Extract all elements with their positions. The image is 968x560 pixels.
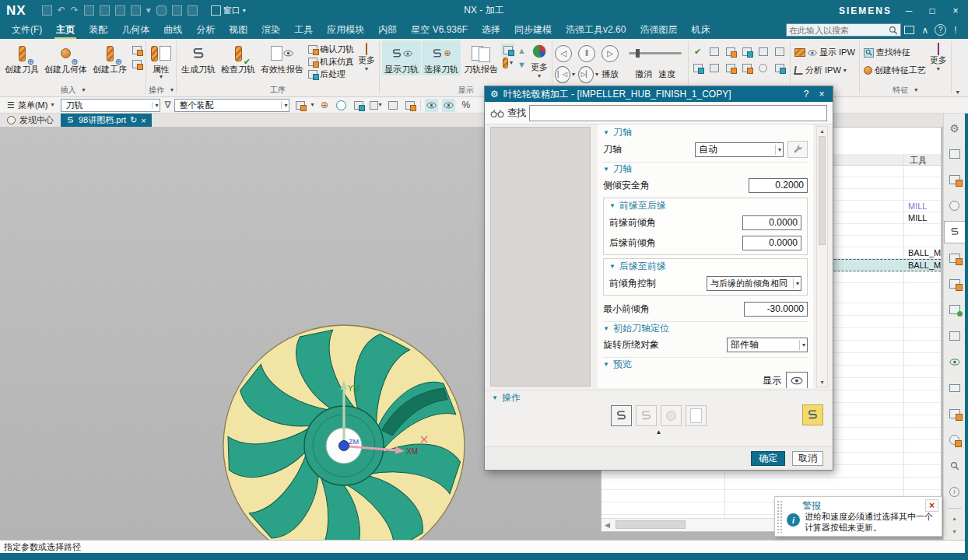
tool-library-icon[interactable] [945,247,965,269]
dropdown-icon[interactable]: ▾ [146,5,151,16]
validity-report-button[interactable]: 有效性报告 [258,40,306,75]
tab-application[interactable]: 应用模块 [320,21,371,39]
dialog-help-icon[interactable]: ? [801,89,812,100]
section-header-lead-trail[interactable]: ▼ 前缘至后缘 [609,199,801,212]
batch-icon[interactable] [724,61,737,75]
redo-icon[interactable]: ↷ [71,5,79,16]
tab-select[interactable]: 选择 [475,21,507,39]
alert-close-button[interactable]: × [925,499,938,512]
dropdown-icon[interactable]: ▾ [310,102,314,108]
scrollbar-thumb[interactable] [616,520,686,529]
lead-angle-control-select[interactable]: 与后缘的前倾角相同 ▾ [707,276,801,291]
save-icon[interactable] [42,5,52,16]
snap-point-icon[interactable]: ⊕ [317,99,331,112]
fullscreen-icon[interactable] [904,26,914,34]
tab-haoqiang-tools[interactable]: 浩强工具v2.60 [559,21,633,39]
dialog-scrollbar[interactable]: ▴ ▾ [816,126,828,387]
ribbon-overflow-icon[interactable]: ▾ [956,89,959,96]
tab-file[interactable]: 文件(F) [5,21,49,39]
plane-dropdown-icon[interactable]: ▾ [369,99,382,112]
clipboard-icon[interactable] [188,5,198,16]
step-forward-button[interactable]: ▷▏ [578,66,594,83]
maximize-button[interactable]: □ [926,5,938,16]
section-header-tool-axis2[interactable]: ▼ 刀轴 [603,162,808,175]
dialog-collapse-arrow[interactable]: ▲ [485,429,833,439]
approve-icon[interactable]: ✔ [691,45,704,58]
move-up-icon[interactable]: ▲ [515,44,528,57]
menu-button[interactable]: ☰ 菜单(M) ▾ [4,100,57,111]
datum-plane-icon[interactable] [352,99,365,112]
find-feature-button[interactable]: 查找特征 [862,47,928,58]
touch-mode-icon[interactable] [172,5,182,16]
speed-slider-knob[interactable] [636,49,640,58]
scrollbar-thumb[interactable] [819,136,826,245]
select-toolpath-button[interactable]: ⊕ 选择刀轨 [422,40,461,75]
ok-button[interactable]: 确定 [751,451,785,466]
tab-geometry[interactable]: 几何体 [114,21,156,39]
tab-render[interactable]: 渲染 [254,21,287,39]
section-header-actions[interactable]: ▼ 操作 [485,391,833,404]
cube-display-icon[interactable] [403,99,416,112]
annotate-icon[interactable] [773,45,786,58]
minimize-button[interactable]: ─ [903,5,915,16]
notebook-icon[interactable] [945,324,965,347]
undo-icon[interactable]: ↶ [58,5,65,16]
scroll-left-icon[interactable]: ◀ [605,521,610,529]
show-toolpath-button[interactable]: 显示刀轨 [382,40,421,75]
show-tool-icon[interactable] [501,44,514,57]
dialog-close-icon[interactable]: × [816,89,827,100]
dropdown-icon[interactable]: ▾ [914,87,917,93]
part-tab-active[interactable]: 98讲图档.prt ↻ × [61,114,152,127]
replay-action-button[interactable] [636,405,657,426]
scope-combo[interactable]: 整个装配 ▾ [174,99,289,112]
report-icon[interactable] [707,61,721,75]
tab-tools[interactable]: 工具 [287,21,320,39]
percent-display-icon[interactable]: % [459,99,472,112]
alert-drag-grip[interactable] [777,500,784,533]
snap-filter-icon[interactable] [293,99,307,112]
window-menu-button[interactable]: 窗口 ▾ [211,5,246,16]
clock-icon[interactable] [756,61,770,75]
create-geometry-button[interactable]: ⊕ 创建几何体 [42,40,89,75]
section-header-trail-lead[interactable]: ▼ 后缘至前缘 [609,260,801,273]
machine-shop-icon[interactable] [945,272,965,295]
tab-haoqiang-layers[interactable]: 浩强图层 [633,21,684,39]
find-input[interactable] [529,105,827,121]
speed-slider[interactable] [629,52,682,54]
sidebar-scroll-up-icon[interactable]: ▴ [945,513,965,524]
info-icon[interactable]: i [945,481,965,503]
dropdown-icon[interactable]: ▾ [82,87,85,93]
paste-icon[interactable] [115,5,125,16]
help-icon[interactable]: ? [935,24,946,36]
visibility-eye-icon[interactable] [945,351,965,373]
show-ipw-button[interactable]: 显示 IPW [793,47,857,58]
part-navigator-icon[interactable] [945,194,965,217]
object-visibility-icon[interactable] [442,99,455,112]
tab-machine[interactable]: 机床 [684,21,717,39]
min-lead-angle-field[interactable]: -30.0000 [744,302,808,317]
create-tool-button[interactable]: ⊕ 创建刀具 [2,40,41,75]
close-tab-icon[interactable]: × [141,116,146,125]
machine-simulation-button[interactable]: 机床仿真 [307,56,356,68]
create-operation-button[interactable]: ⊕ 创建工序 [90,40,129,75]
verify-toolpath-button[interactable]: ✔ 检查刀轨 [219,40,258,75]
measure-icon[interactable] [945,454,965,477]
tab-home[interactable]: 主页 [49,21,82,39]
rotate-about-select[interactable]: 部件轴 ▾ [727,338,808,352]
review-icon[interactable] [740,45,753,58]
properties-button[interactable]: 属性 ▾ [149,40,174,82]
lead-angle-field[interactable]: 0.0000 [742,215,801,230]
display-monitor-icon[interactable] [945,376,965,399]
list-action-button[interactable] [686,405,707,426]
axis-select[interactable]: 自动 ▾ [695,142,784,157]
lock-icon[interactable] [756,45,770,58]
generate-action-button[interactable] [611,405,632,426]
scroll-down-icon[interactable]: ▾ [820,379,823,386]
discovery-center-button[interactable]: 发现中心 [0,114,61,127]
tool-display-button[interactable]: ▾ [503,58,513,68]
command-search-box[interactable] [786,23,901,37]
step-back-button[interactable]: ▏◁ [555,66,570,83]
confirm-toolpath-button[interactable]: 确认刀轨 [307,44,356,55]
dialog-title-bar[interactable]: ⚙ 叶轮轮毂精加工 - [IMPELLER_HUB_FINISH_1_COPY]… [485,86,833,102]
process-nodes-icon[interactable] [945,299,965,321]
